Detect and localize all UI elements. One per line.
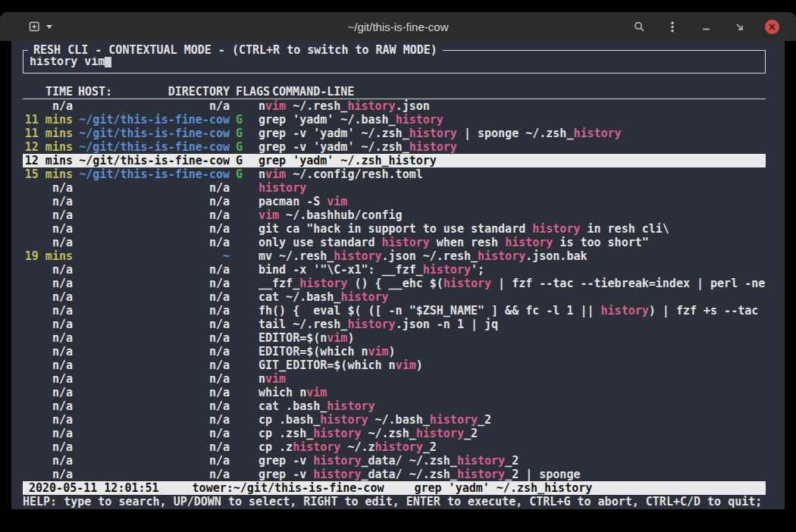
- history-row[interactable]: n/an/afh() { eval $( ([ -n "$ZSH_NAME" ]…: [23, 304, 766, 318]
- restore-button[interactable]: [732, 19, 747, 34]
- match-highlight: history: [375, 440, 423, 454]
- row-command: only use standard history when resh hist…: [259, 236, 766, 249]
- row-flags: G: [236, 113, 259, 127]
- history-row[interactable]: n/an/aonly use standard history when res…: [23, 236, 766, 249]
- history-row[interactable]: n/an/avim ~/.bashhub/config: [23, 208, 766, 222]
- history-row[interactable]: n/an/anvim: [23, 372, 766, 386]
- row-time: n/a: [23, 427, 73, 440]
- match-highlight: history: [532, 222, 580, 236]
- row-time: n/a: [23, 304, 73, 318]
- row-time: n/a: [23, 386, 73, 399]
- row-directory: n/a: [78, 99, 230, 113]
- row-directory: n/a: [78, 222, 230, 236]
- history-rows: n/an/anvim ~/.resh_history.json11 mins~/…: [23, 99, 766, 481]
- minimize-button[interactable]: [698, 19, 713, 34]
- status-timestamp: 2020-05-11 12:01:51: [29, 481, 159, 495]
- history-row[interactable]: n/an/aEDITOR=$(nvim): [23, 331, 766, 345]
- match-highlight: history: [409, 127, 457, 140]
- history-row[interactable]: 15 mins~/git/this-is-fine-cowGnvim ~/.co…: [23, 167, 766, 181]
- match-highlight: history: [478, 249, 525, 263]
- row-command: mv ~/.resh_history.json ~/.resh_history.…: [259, 249, 766, 263]
- match-highlight: history: [334, 249, 381, 263]
- row-directory: n/a: [78, 263, 230, 277]
- history-row[interactable]: 12 mins~/git/this-is-fine-cowGgrep -v 'y…: [23, 140, 766, 154]
- match-highlight: vim: [265, 372, 286, 386]
- history-row[interactable]: 11 mins~/git/this-is-fine-cowGgrep -v 'y…: [23, 127, 766, 140]
- row-flags: [236, 454, 259, 468]
- history-row[interactable]: 19 mins~mv ~/.resh_history.json ~/.resh_…: [23, 249, 766, 263]
- row-flags: [236, 208, 259, 222]
- row-command: git ca "hack in support to use standard …: [259, 222, 766, 236]
- row-flags: [236, 345, 259, 358]
- row-flags: [236, 236, 259, 249]
- match-highlight: vim: [368, 345, 389, 358]
- match-highlight: history: [313, 454, 361, 468]
- row-directory: ~/git/this-is-fine-cow: [78, 113, 230, 127]
- row-command: grep -v 'yadm' ~/.zsh_history | sponge ~…: [259, 127, 766, 140]
- history-row[interactable]: n/an/agrep -v history_data/ ~/.zsh_histo…: [23, 468, 766, 481]
- match-highlight: history: [320, 413, 368, 427]
- row-flags: [236, 304, 259, 318]
- row-command: cat ~/.bash_history: [259, 290, 766, 304]
- match-highlight: history: [313, 427, 361, 440]
- match-highlight: history: [430, 413, 478, 427]
- history-row[interactable]: n/an/acat .bash_history: [23, 399, 766, 413]
- match-highlight: history: [259, 181, 306, 195]
- row-time: n/a: [23, 236, 73, 249]
- match-highlight: history: [573, 127, 621, 140]
- row-directory: n/a: [78, 304, 230, 318]
- row-directory: n/a: [78, 236, 230, 249]
- row-flags: G: [236, 167, 259, 181]
- resh-box-title: RESH CLI - CONTEXTUAL MODE - (CTRL+R to …: [28, 43, 443, 57]
- close-button[interactable]: [765, 20, 779, 34]
- history-row[interactable]: n/an/acat ~/.bash_history: [23, 290, 766, 304]
- row-time: 19 mins: [23, 249, 73, 263]
- history-row[interactable]: n/an/aEDITOR=$(which nvim): [23, 345, 766, 358]
- row-time: n/a: [23, 454, 73, 468]
- row-time: n/a: [23, 440, 73, 454]
- history-row[interactable]: n/an/a__fzf_history () { __ehc $(history…: [23, 277, 766, 290]
- row-flags: G: [236, 127, 259, 140]
- row-command: cat .bash_history: [259, 399, 766, 413]
- history-row[interactable]: n/an/anvim ~/.resh_history.json: [23, 99, 766, 113]
- header-host: HOST:: [78, 85, 112, 99]
- history-row[interactable]: n/an/atail ~/.resh_history.json -n 1 | j…: [23, 318, 766, 331]
- match-highlight: vim: [327, 331, 347, 345]
- row-flags: [236, 318, 259, 331]
- search-button[interactable]: [631, 19, 647, 34]
- new-tab-button[interactable]: [26, 17, 56, 36]
- history-row[interactable]: n/an/ahistory: [23, 181, 766, 195]
- row-command: EDITOR=$(nvim): [259, 331, 766, 345]
- row-flags: [236, 195, 259, 208]
- row-command: grep -v history_data/ ~/.zsh_history_2: [259, 454, 766, 468]
- row-time: n/a: [23, 468, 73, 481]
- row-directory: n/a: [78, 386, 230, 399]
- row-command: grep 'yadm' ~/.zsh_history: [259, 154, 766, 167]
- match-highlight: vim: [265, 99, 286, 113]
- history-row[interactable]: n/an/acp .zhistory ~/.zhistory_2: [23, 440, 766, 454]
- row-flags: [236, 358, 259, 372]
- history-row[interactable]: n/an/agrep -v history_data/ ~/.zsh_histo…: [23, 454, 766, 468]
- row-directory: n/a: [78, 277, 230, 290]
- row-time: n/a: [23, 181, 73, 195]
- history-row[interactable]: n/an/abind -x '"\C-x1": __fzf_history';: [23, 263, 766, 277]
- row-flags: [236, 427, 259, 440]
- history-row[interactable]: n/an/aGIT_EDITOR=$(which nvim): [23, 358, 766, 372]
- row-directory: n/a: [78, 181, 230, 195]
- history-row[interactable]: n/an/agit ca "hack in support to use sta…: [23, 222, 766, 236]
- history-row[interactable]: n/an/acp .bash_history ~/.bash_history_2: [23, 413, 766, 427]
- menu-button[interactable]: [665, 19, 680, 34]
- history-row[interactable]: 11 mins~/git/this-is-fine-cowGgrep 'yadm…: [23, 113, 766, 127]
- match-highlight: history: [457, 468, 505, 481]
- history-row[interactable]: n/an/awhich nvim: [23, 386, 766, 399]
- row-directory: n/a: [78, 331, 230, 345]
- header-host-directory: HOST: DIRECTORY: [78, 85, 230, 99]
- new-tab-icon: [29, 20, 41, 33]
- history-row-selected[interactable]: 12 mins~/git/this-is-fine-cowGgrep 'yadm…: [23, 154, 766, 167]
- row-flags: G: [236, 140, 259, 154]
- history-row[interactable]: n/an/apacman -S vim: [23, 195, 766, 208]
- row-directory: n/a: [78, 358, 230, 372]
- restore-icon: [733, 20, 746, 33]
- match-highlight: history: [423, 263, 471, 277]
- history-row[interactable]: n/an/acp .zsh_history ~/.zsh_history_2: [23, 427, 766, 440]
